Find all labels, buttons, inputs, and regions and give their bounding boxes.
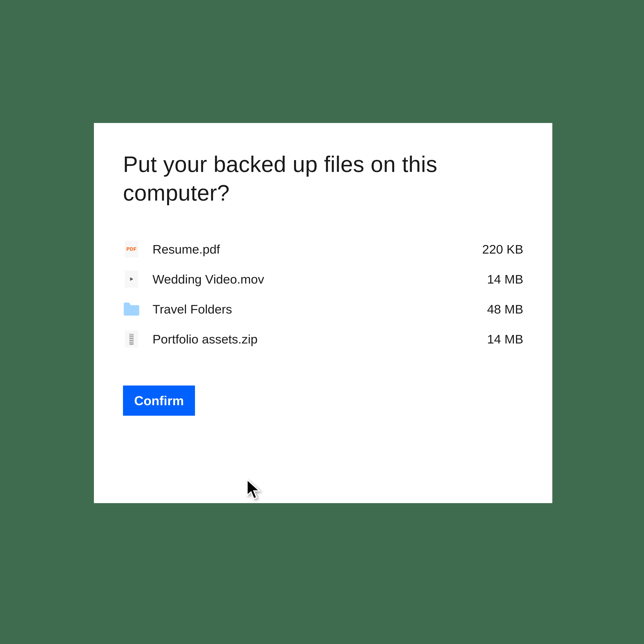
file-name: Resume.pdf <box>153 242 482 256</box>
file-name: Wedding Video.mov <box>153 272 487 286</box>
file-row: Wedding Video.mov 14 MB <box>123 271 523 288</box>
file-size: 14 MB <box>487 272 523 286</box>
file-name: Travel Folders <box>153 302 487 316</box>
file-row: Portfolio assets.zip 14 MB <box>123 330 523 347</box>
folder-icon <box>123 301 140 318</box>
file-size: 220 KB <box>482 242 523 256</box>
svg-marker-0 <box>130 277 133 281</box>
zip-file-icon <box>123 330 140 347</box>
video-file-icon <box>123 271 140 288</box>
dialog-title: Put your backed up files on this compute… <box>123 150 523 207</box>
file-row: Travel Folders 48 MB <box>123 301 523 318</box>
file-name: Portfolio assets.zip <box>153 332 487 346</box>
file-list: PDF Resume.pdf 220 KB Wedding Video.mov … <box>123 241 523 347</box>
file-row: PDF Resume.pdf 220 KB <box>123 241 523 258</box>
confirm-button[interactable]: Confirm <box>123 386 195 416</box>
file-size: 14 MB <box>487 332 523 346</box>
restore-files-dialog: Put your backed up files on this compute… <box>94 123 552 503</box>
pdf-file-icon: PDF <box>123 241 140 258</box>
file-size: 48 MB <box>487 302 523 316</box>
